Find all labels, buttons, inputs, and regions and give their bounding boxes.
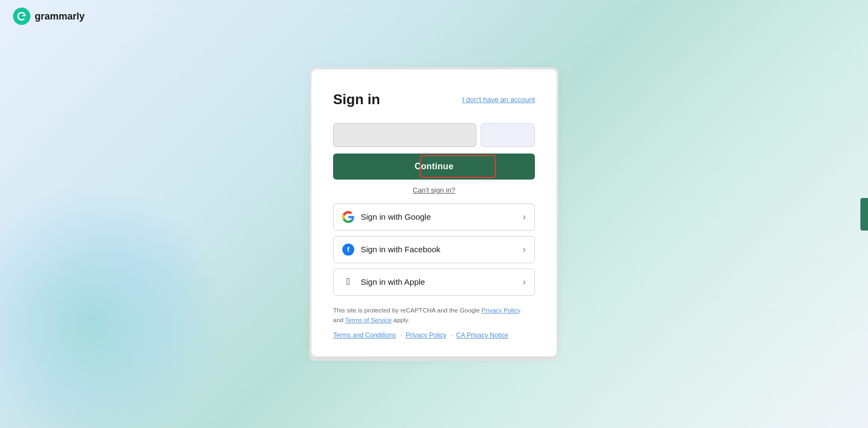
email-input[interactable] [333,123,476,147]
facebook-icon: f [342,244,354,255]
sign-in-card-wrapper: Sign in I don't have an account Continue… [309,67,559,361]
recaptcha-notice: This site is protected by reCAPTCHA and … [333,305,535,325]
card-shadow: Sign in I don't have an account Continue… [309,67,559,361]
card-header: Sign in I don't have an account [333,91,535,108]
footer-links: Terms and Conditions · Privacy Policy · … [333,331,535,339]
create-account-link[interactable]: I don't have an account [462,95,535,104]
ca-privacy-link[interactable]: CA Privacy Notice [456,331,508,339]
terms-conditions-link[interactable]: Terms and Conditions [333,331,396,339]
apple-chevron-icon: › [523,277,526,287]
sign-in-card: Sign in I don't have an account Continue… [311,69,557,357]
apple-button-label: Sign in with Apple [361,277,425,286]
privacy-policy-link[interactable]: Privacy Policy [406,331,446,339]
recaptcha-privacy-link[interactable]: Privacy Policy [482,307,521,314]
recaptcha-text-after: apply. [393,317,410,323]
facebook-chevron-icon: › [523,245,526,254]
bg-blob-2 [54,211,217,374]
sign-in-apple-button[interactable]:  Sign in with Apple › [333,269,535,296]
continue-button-label: Continue [414,162,454,171]
recaptcha-tos-link[interactable]: Terms of Service [345,317,392,323]
email-domain-input[interactable] [481,123,535,147]
svg-point-0 [13,8,30,25]
header: grammarly [0,0,868,33]
sign-in-facebook-button[interactable]: f Sign in with Facebook › [333,236,535,263]
input-row [333,123,535,147]
side-tab [860,198,868,231]
continue-button[interactable]: Continue [333,154,535,180]
google-icon [342,211,354,223]
google-button-label: Sign in with Google [361,212,431,221]
grammarly-logo-icon [13,8,30,25]
apple-icon:  [342,276,354,288]
logo-text: grammarly [35,11,85,22]
cant-sign-in-link[interactable]: Can't sign in? [413,186,455,194]
sign-in-google-button[interactable]: Sign in with Google › [333,203,535,231]
separator-2: · [450,331,452,339]
logo[interactable]: grammarly [13,8,85,25]
cant-sign-in-wrapper: Can't sign in? [333,185,535,195]
google-chevron-icon: › [523,212,526,222]
recaptcha-text-middle: and [333,317,343,323]
facebook-button-label: Sign in with Facebook [361,245,441,254]
page-title: Sign in [333,91,380,108]
separator-1: · [400,331,401,339]
recaptcha-text-before: This site is protected by reCAPTCHA and … [333,307,480,314]
